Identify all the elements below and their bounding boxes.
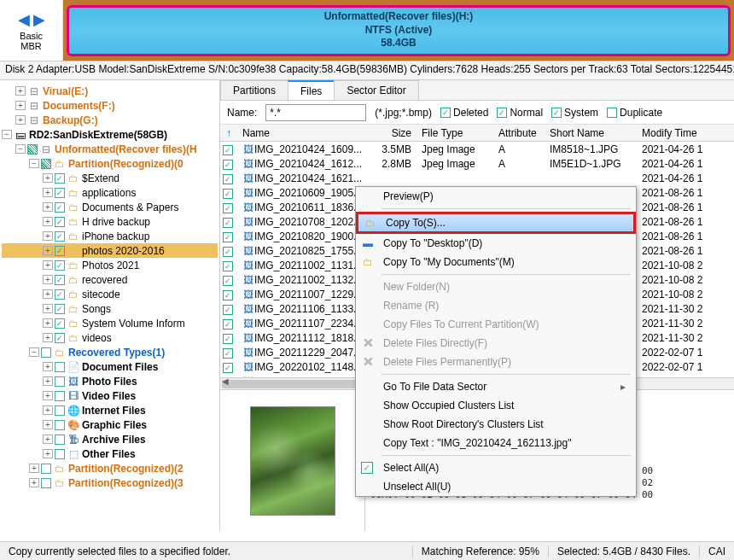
expand-icon[interactable]: + [43,231,53,241]
tree-type-0[interactable]: +📄Document Files [2,359,218,374]
disk-partition-bar[interactable]: Unformatted(Recover files)(H:) NTFS (Act… [67,5,731,56]
checkbox-icon[interactable] [55,435,65,445]
expand-icon[interactable]: + [43,449,53,458]
expand-icon[interactable]: + [43,202,53,212]
expand-icon[interactable]: + [15,101,26,110]
tree-type-5[interactable]: +🗜Archive Files [2,432,218,446]
expand-icon[interactable]: + [15,115,26,125]
expand-icon[interactable]: + [43,391,53,400]
tree-partition-rec-2[interactable]: +🗀Partition(Recognized)(2 [2,461,218,475]
expand-icon[interactable]: + [43,188,53,197]
tree-folder-8[interactable]: +🗀sitecode [2,287,218,301]
row-checkbox[interactable] [223,203,233,213]
row-checkbox[interactable] [223,305,233,315]
tree-folder-11[interactable]: +🗀videos [2,330,218,345]
checkbox-icon[interactable] [41,464,51,474]
tree-drive-f[interactable]: +⊟Documents(F:) [2,98,218,113]
tree-folder-2[interactable]: +🗀Documents & Papers [2,200,218,214]
tree-partition-rec-3[interactable]: +🗀Partition(Recognized)(3 [2,475,218,490]
expand-icon[interactable]: − [29,159,39,168]
table-row[interactable]: 🖼IMG_20210424_1609...3.5MBJpeg ImageAIM8… [220,142,734,156]
filter-deleted[interactable]: Deleted [440,107,488,119]
expand-icon[interactable]: + [43,217,53,226]
tree-folder-0[interactable]: +🗀$Extend [2,171,218,185]
row-checkbox[interactable] [223,334,233,344]
filter-system[interactable]: System [551,107,598,119]
menu-show-occupied[interactable]: Show Occupied Clusters List [356,396,636,415]
col-name[interactable]: Name [237,127,374,139]
expand-icon[interactable]: + [43,304,53,313]
row-checkbox[interactable] [223,232,233,242]
expand-icon[interactable]: + [43,435,53,444]
menu-copy-text[interactable]: Copy Text : "IMG_20210424_162113.jpg" [356,434,636,452]
checkbox-icon[interactable] [55,246,65,256]
tree-type-3[interactable]: +🌐Internet Files [2,403,218,417]
tree-type-2[interactable]: +🎞Video Files [2,388,218,403]
table-row[interactable]: 🖼IMG_20210424_1612...2.8MBJpeg ImageAIM5… [220,156,734,171]
checkbox-icon[interactable] [55,362,65,372]
col-type[interactable]: File Type [417,127,493,139]
row-checkbox[interactable] [223,189,233,199]
expand-icon[interactable]: + [29,478,39,487]
expand-icon[interactable]: + [43,289,53,299]
menu-copy-desktop[interactable]: ▬Copy To "Desktop"(D) [356,234,636,253]
checkbox-icon[interactable] [27,144,38,155]
checkbox-icon[interactable] [55,376,65,387]
checkbox-icon[interactable] [55,405,65,416]
tree-recovered-types[interactable]: −🗀Recovered Types(1) [2,345,218,359]
checkbox-icon[interactable] [41,478,51,488]
expand-icon[interactable]: + [43,405,53,415]
expand-icon[interactable]: + [29,464,39,473]
menu-copy-mydocs[interactable]: 🗀Copy To "My Documents"(M) [356,253,636,271]
checkbox-icon[interactable] [55,217,65,227]
tree-folder-1[interactable]: +🗀applications [2,185,218,200]
tree-folder-7[interactable]: +🗀recovered [2,272,218,287]
expand-icon[interactable]: + [43,260,53,270]
filter-duplicate[interactable]: Duplicate [607,107,662,119]
tree-folder-4[interactable]: +🗀iPhone backup [2,229,218,243]
expand-icon[interactable]: + [43,318,53,328]
menu-unselect-all[interactable]: Unselect All(U) [356,477,636,496]
tab-files[interactable]: Files [288,80,335,100]
row-checkbox[interactable] [223,174,233,184]
checkbox-icon[interactable] [55,202,65,213]
expand-icon[interactable]: + [43,420,53,429]
row-checkbox[interactable] [223,348,233,359]
checkbox-icon[interactable] [55,318,65,329]
col-short[interactable]: Short Name [545,127,637,139]
expand-icon[interactable]: + [43,275,53,284]
checkbox-icon[interactable] [55,420,65,430]
row-checkbox[interactable] [223,218,233,228]
row-checkbox[interactable] [223,363,233,373]
col-attr[interactable]: Attribute [493,127,545,139]
checkbox-icon[interactable] [41,347,51,358]
tree-folder-6[interactable]: +🗀Photos 2021 [2,258,218,272]
tab-sector-editor[interactable]: Sector Editor [334,80,418,100]
tree-folder-9[interactable]: +🗀Songs [2,301,218,316]
expand-icon[interactable]: + [43,362,53,371]
expand-icon[interactable]: + [43,173,53,183]
checkbox-icon[interactable] [55,188,65,198]
tree-type-4[interactable]: +🎨Graphic Files [2,417,218,432]
name-filter-input[interactable] [265,104,366,121]
checkbox-icon[interactable] [55,333,65,343]
menu-preview[interactable]: Preview(P) [356,187,636,206]
expand-icon[interactable]: + [43,333,53,342]
checkbox-icon[interactable] [55,304,65,314]
checkbox-icon[interactable] [55,391,65,401]
row-checkbox[interactable] [223,160,233,170]
checkbox-icon[interactable] [55,275,65,285]
tree-type-6[interactable]: +⬚Other Files [2,446,218,461]
tab-partitions[interactable]: Partitions [220,80,288,100]
expand-icon[interactable]: + [43,246,53,255]
table-row[interactable]: 🖼IMG_20210424_1621...2021-04-26 1 [220,171,734,185]
filter-normal[interactable]: Normal [497,107,543,119]
expand-icon[interactable]: + [15,86,26,96]
tree-rd2[interactable]: −🖴RD2:SanDiskExtreme(58GB) [2,127,218,142]
tree-folder-10[interactable]: +🗀System Volume Inform [2,316,218,330]
row-checkbox[interactable] [223,276,233,286]
nav-back-icon[interactable]: ◀ [18,10,30,29]
nav-forward-icon[interactable]: ▶ [33,10,45,29]
row-checkbox[interactable] [223,319,233,330]
row-checkbox[interactable] [223,261,233,271]
